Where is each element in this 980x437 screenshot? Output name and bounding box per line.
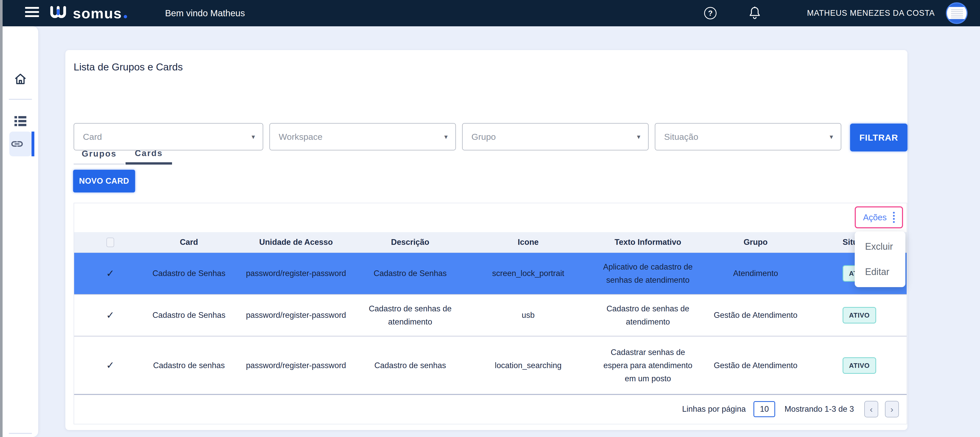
chevron-down-icon: ▾ <box>444 133 448 141</box>
cell-grupo: Atendimento <box>699 253 812 294</box>
cell-card: Cadastro de Senhas <box>146 294 232 336</box>
welcome-text: Bem vindo Matheus <box>165 0 245 26</box>
sidebar-item-lists[interactable] <box>3 114 38 128</box>
situacao-filter-select[interactable]: Situação ▾ <box>655 123 841 150</box>
app-screen: somus Bem vindo Matheus ? MATHEUS MENEZE… <box>0 0 980 437</box>
card-filter-placeholder: Card <box>83 132 102 142</box>
question-glyph: ? <box>708 9 713 17</box>
header-grupo: Grupo <box>699 232 812 252</box>
header-descricao: Descrição <box>361 232 460 252</box>
help-icon[interactable]: ? <box>704 0 717 26</box>
acoes-button[interactable]: Ações <box>855 206 903 228</box>
chevron-left-icon: ‹ <box>870 404 873 414</box>
hamburger-menu-icon[interactable] <box>25 7 39 19</box>
sidebar-active-indicator <box>32 131 34 156</box>
row-checkbox-checked[interactable]: ✓ <box>106 266 115 282</box>
cell-descricao: Cadastro de senhas de atendimento <box>361 294 460 336</box>
cell-icone: location_searching <box>460 336 597 394</box>
sidebar-item-home[interactable] <box>3 72 38 86</box>
cards-table: Ações Card Unidade de Acesso Descrição I… <box>74 203 907 424</box>
chevron-right-icon: › <box>890 404 893 414</box>
acoes-dropdown-menu: Excluir Editar <box>855 231 905 287</box>
grupo-filter-placeholder: Grupo <box>471 132 496 142</box>
cell-descricao: Cadastro de Senhas <box>361 253 460 294</box>
header-texto-informativo: Texto Informativo <box>597 232 700 252</box>
card-filter-select[interactable]: Card ▾ <box>74 123 263 150</box>
topbar: somus Bem vindo Matheus ? MATHEUS MENEZE… <box>0 0 980 26</box>
status-badge: ATIVO <box>843 357 876 374</box>
select-all-checkbox[interactable] <box>107 238 114 247</box>
table-row[interactable]: ✓ Cadastro de senhas password/register-p… <box>74 336 907 395</box>
rows-per-page-input[interactable]: 10 <box>754 401 775 417</box>
brand-dot <box>124 15 127 18</box>
table-pagination: Linhas por página 10 Mostrando 1-3 de 3 … <box>74 394 907 424</box>
acoes-button-label: Ações <box>863 212 887 222</box>
header-card: Card <box>146 232 232 252</box>
cell-unidade: password/register-password <box>231 253 360 294</box>
cell-card: Cadastro de Senhas <box>146 253 232 294</box>
window-edge <box>0 0 3 437</box>
row-checkbox-checked[interactable]: ✓ <box>106 307 115 323</box>
list-icon <box>14 116 27 127</box>
page-title: Lista de Grupos e Cards <box>74 62 183 73</box>
home-icon <box>14 73 27 85</box>
workspace-filter-placeholder: Workspace <box>279 132 322 142</box>
sidebar: ‹ <box>3 26 38 437</box>
link-icon <box>10 139 25 149</box>
notifications-bell-icon[interactable] <box>748 0 762 26</box>
menu-item-editar[interactable]: Editar <box>855 259 905 285</box>
sidebar-divider <box>9 99 32 100</box>
filter-bar: Card ▾ Workspace ▾ Grupo ▾ Situação ▾ FI… <box>65 123 907 150</box>
cell-descricao: Cadastro de senhas <box>361 336 460 394</box>
avatar[interactable] <box>946 2 967 24</box>
table-header-row: Card Unidade de Acesso Descrição Icone T… <box>74 232 907 253</box>
header-unidade-de-acesso: Unidade de Acesso <box>231 232 360 252</box>
status-badge: ATIVO <box>843 307 876 323</box>
sidebar-item-links[interactable] <box>3 137 32 151</box>
situacao-filter-placeholder: Situação <box>664 132 698 142</box>
rows-per-page-label: Linhas por página <box>682 404 746 414</box>
filtrar-button[interactable]: FILTRAR <box>850 124 907 151</box>
chevron-down-icon: ▾ <box>637 133 640 141</box>
workspace-filter-select[interactable]: Workspace ▾ <box>269 123 456 150</box>
cell-texto: Aplicativo de cadastro de senhas de aten… <box>597 253 700 294</box>
menu-item-excluir[interactable]: Excluir <box>855 234 905 259</box>
cell-card: Cadastro de senhas <box>146 336 232 394</box>
cell-icone: usb <box>460 294 597 336</box>
table-row[interactable]: ✓ Cadastro de Senhas password/register-p… <box>74 294 907 336</box>
somus-logo-icon <box>49 5 69 21</box>
sidebar-divider-bottom <box>9 433 32 434</box>
novo-card-button[interactable]: NOVO CARD <box>73 170 135 192</box>
brand-logo: somus <box>49 0 127 26</box>
cell-icone: screen_lock_portrait <box>460 253 597 294</box>
chevron-down-icon: ▾ <box>830 133 833 141</box>
table-row[interactable]: ✓ Cadastro de Senhas password/register-p… <box>74 253 907 294</box>
cell-unidade: password/register-password <box>231 336 360 394</box>
next-page-button[interactable]: › <box>885 401 899 417</box>
row-checkbox-checked[interactable]: ✓ <box>106 357 115 374</box>
kebab-vertical-icon <box>893 212 895 223</box>
cell-texto: Cadastrar senhas de espera para atendime… <box>597 336 700 394</box>
cell-unidade: password/register-password <box>231 294 360 336</box>
previous-page-button[interactable]: ‹ <box>864 401 878 417</box>
cell-grupo: Gestão de Atendimento <box>699 294 812 336</box>
brand-name: somus <box>73 5 122 22</box>
table-toolbar: Ações <box>74 203 907 232</box>
grupo-filter-select[interactable]: Grupo ▾ <box>462 123 649 150</box>
chevron-down-icon: ▾ <box>251 133 255 141</box>
header-icone: Icone <box>460 232 597 252</box>
cell-grupo: Gestão de Atendimento <box>699 336 812 394</box>
main-card: Lista de Grupos e Cards Grupos Cards Car… <box>65 50 907 430</box>
cell-texto: Cadastro de senhas de atendimento <box>597 294 700 336</box>
username-text: MATHEUS MENEZES DA COSTA <box>807 0 935 26</box>
showing-range-text: Mostrando 1-3 de 3 <box>784 404 854 414</box>
